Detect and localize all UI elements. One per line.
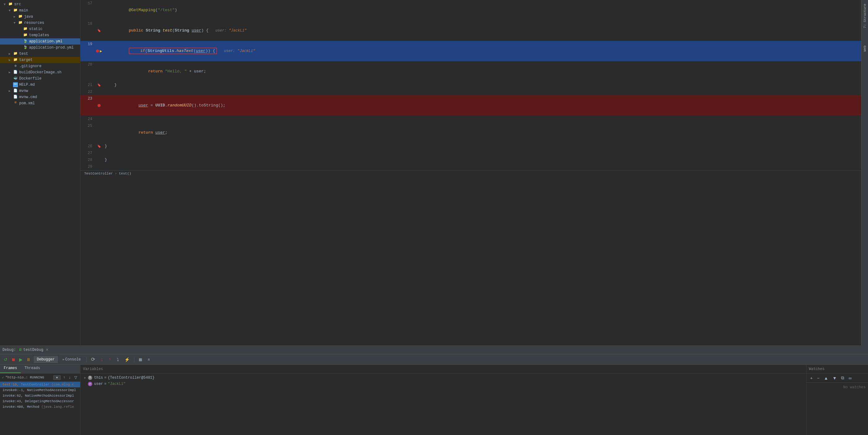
settings-button[interactable]: ≡ bbox=[146, 357, 152, 363]
file-icon-xml: m bbox=[13, 101, 18, 106]
watch-add-button[interactable]: + bbox=[809, 375, 814, 381]
structure-tab-label[interactable]: 7: Structure bbox=[862, 1, 867, 31]
frames-list: test:19, TestController (com.mlog.c invo… bbox=[0, 382, 80, 435]
thread-selector-row: ✓ "http-nio…: RUNNING ▼ ↑ ↓ ▽ bbox=[0, 373, 80, 382]
watches-header: Watches bbox=[806, 365, 868, 373]
line-gutter-26: 🔖 bbox=[96, 143, 102, 150]
sidebar-item-main[interactable]: ▼ 📁 main bbox=[0, 7, 80, 13]
web-tab-label[interactable]: Web bbox=[862, 43, 867, 54]
sidebar-item-builddockerimage[interactable]: ▶ 📄 buildDockerImage.sh bbox=[0, 69, 80, 75]
frame-item-1[interactable]: invoke0:-1, NativeMethodAccessorImpl bbox=[0, 387, 80, 393]
filter-button[interactable]: ▽ bbox=[73, 375, 78, 380]
watch-copy-button[interactable]: ⧉ bbox=[840, 375, 845, 381]
watch-down-button[interactable]: ▼ bbox=[831, 375, 838, 381]
run-to-cursor-button[interactable]: ⤵ bbox=[115, 356, 121, 363]
frame-up-button[interactable]: ↑ bbox=[62, 375, 66, 380]
frame-item-2[interactable]: invoke:62, NativeMethodAccessorImpl bbox=[0, 393, 80, 399]
sidebar-item-application-prod-yml[interactable]: 🍃 application-prod.yml bbox=[0, 44, 80, 51]
folder-icon-main: 📁 bbox=[13, 8, 18, 13]
step-out-button[interactable]: ↑ bbox=[107, 356, 113, 363]
sidebar-item-pomxml[interactable]: m pom.xml bbox=[0, 100, 80, 106]
sidebar-item-java[interactable]: ▶ 📁 java bbox=[0, 13, 80, 20]
breakpoint-icon-19 bbox=[96, 49, 99, 53]
frames-panel: Frames Threads ✓ "http-nio…: RUNNING ▼ ↑… bbox=[0, 365, 81, 435]
watch-infinity-button[interactable]: ∞ bbox=[847, 375, 853, 381]
line-content-22 bbox=[102, 89, 861, 95]
folder-icon-static: 📁 bbox=[23, 27, 28, 32]
sidebar-item-gitignore[interactable]: ⚙ .gitignore bbox=[0, 63, 80, 69]
sidebar-item-templates[interactable]: 📁 templates bbox=[0, 32, 80, 38]
breadcrumb-class: TestController bbox=[84, 172, 113, 175]
debug-left-strip: ↺ ⏹ ▶ ⏸ bbox=[2, 356, 32, 363]
sidebar-item-mvnwcmd[interactable]: 📄 mvnw.cmd bbox=[0, 94, 80, 100]
tree-arrow-mvnw: ▶ bbox=[9, 89, 12, 93]
line-gutter-22 bbox=[96, 89, 102, 95]
frame-class-0: TestController bbox=[21, 383, 52, 387]
line-gutter-28 bbox=[96, 157, 102, 163]
variable-user[interactable]: P user = "JackLi" bbox=[81, 381, 806, 387]
var-value-this: {TestController@5401} bbox=[108, 376, 154, 380]
frame-down-button[interactable]: ↓ bbox=[67, 375, 72, 380]
evaluate-button[interactable]: ⚡ bbox=[123, 356, 131, 363]
code-line-26: 26 🔖 } bbox=[81, 143, 861, 150]
frame-item-0[interactable]: test:19, TestController (com.mlog.c bbox=[0, 382, 80, 387]
sidebar-item-application-yml[interactable]: 🍃 application.yml bbox=[0, 38, 80, 44]
debug-session: 🖥 testDebug bbox=[18, 347, 43, 352]
param-user-25: user bbox=[155, 130, 165, 135]
line-content-19: if(StringUtils.hasText(user)) { user: "J… bbox=[102, 41, 861, 61]
sidebar-item-resources[interactable]: ▼ 📁 resources bbox=[0, 20, 80, 26]
frames-tabs: Frames Threads bbox=[0, 365, 80, 373]
sidebar-item-src[interactable]: ▼ 📁 src bbox=[0, 1, 80, 7]
var-expand-this[interactable]: ▶ bbox=[84, 376, 88, 380]
sidebar-item-label-dockerfile: Dockerfile bbox=[19, 76, 41, 81]
frame-content-2: invoke:62, NativeMethodAccessorImpl bbox=[2, 394, 74, 398]
line-content-27 bbox=[102, 150, 861, 157]
tree-arrow-target: ▶ bbox=[9, 58, 12, 62]
debugger-tab[interactable]: Debugger bbox=[34, 356, 58, 363]
debug-panel: Debug: 🖥 testDebug × ↺ ⏹ ▶ ⏸ Debugger ▶C… bbox=[0, 345, 868, 435]
frames-tab[interactable]: Frames bbox=[0, 365, 21, 373]
grid-button[interactable]: ▦ bbox=[137, 357, 144, 363]
sidebar-item-dockerfile[interactable]: 🐳 Dockerfile bbox=[0, 75, 80, 82]
step-over-button[interactable]: ⟳ bbox=[89, 356, 97, 363]
sidebar-item-static[interactable]: 📁 static bbox=[0, 26, 80, 32]
watch-up-button[interactable]: ▲ bbox=[823, 375, 829, 381]
sidebar-item-helpmd[interactable]: MD HELP.md bbox=[0, 82, 80, 88]
line-gutter-24 bbox=[96, 116, 102, 123]
sidebar-item-label-resources: resources bbox=[24, 21, 44, 25]
sidebar-item-test[interactable]: ▶ 📁 test bbox=[0, 51, 80, 57]
kw-return-25: return bbox=[138, 130, 153, 135]
line-gutter-25 bbox=[96, 123, 102, 143]
variable-this[interactable]: ▶ T this = {TestController@5401} bbox=[81, 375, 806, 381]
kw-public-18: public bbox=[129, 28, 143, 33]
debug-close-button[interactable]: × bbox=[46, 347, 48, 353]
sidebar-item-label-test: test bbox=[19, 52, 28, 56]
code-line-25: 25 return user; bbox=[81, 123, 861, 143]
debug-session-icon: 🖥 bbox=[18, 347, 22, 352]
thread-dropdown-button[interactable]: ▼ bbox=[53, 375, 61, 380]
sidebar-item-mvnw[interactable]: ▶ 📄 mvnw bbox=[0, 88, 80, 94]
variables-panel: Variables ▶ T this = {TestController@540… bbox=[81, 365, 806, 435]
file-icon-yml: 🍃 bbox=[23, 39, 28, 44]
resume-button[interactable]: ▶ bbox=[18, 356, 24, 363]
rerun-button[interactable]: ↺ bbox=[2, 356, 9, 363]
debug-session-name: testDebug bbox=[23, 348, 43, 352]
sidebar-item-label-static: static bbox=[29, 27, 42, 31]
line-gutter-18: 🔖 bbox=[96, 21, 102, 41]
watches-empty: No watches bbox=[806, 383, 868, 435]
pause-button[interactable]: ⏸ bbox=[25, 356, 32, 363]
str-hello-20: "Hello, " bbox=[165, 69, 187, 74]
frame-pkg-0: (com.mlog.c bbox=[52, 383, 74, 387]
step-into-button[interactable]: ↓ bbox=[99, 356, 105, 363]
sidebar-item-target[interactable]: ▶ 📁 target bbox=[0, 57, 80, 63]
frame-item-4[interactable]: invoke:498, Method (java.lang.refle bbox=[0, 404, 80, 410]
watch-remove-button[interactable]: − bbox=[816, 375, 820, 381]
line-number-25: 25 bbox=[81, 123, 96, 143]
folder-icon-templates: 📁 bbox=[23, 33, 28, 38]
frame-item-3[interactable]: invoke:43, DelegatingMethodAccessor bbox=[0, 399, 80, 404]
console-tab[interactable]: ▶Console bbox=[60, 356, 84, 363]
line-number-23: 23 bbox=[81, 95, 96, 116]
breakpoint-icon-23 bbox=[97, 104, 101, 107]
threads-tab[interactable]: Threads bbox=[21, 365, 44, 373]
stop-button[interactable]: ⏹ bbox=[10, 356, 17, 363]
